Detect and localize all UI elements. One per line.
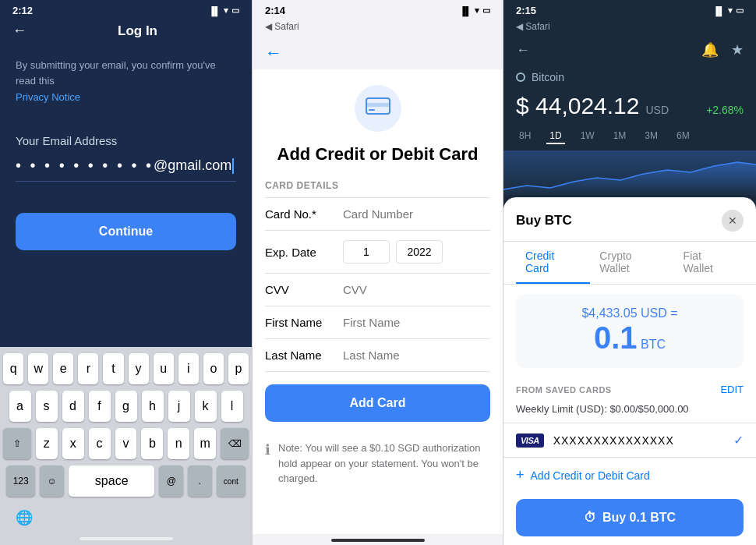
continue-button[interactable]: Continue [16, 213, 236, 250]
cvv-input[interactable] [343, 283, 491, 296]
signal-icon: ▐▌ [208, 6, 221, 16]
safari-bar-3: ◀ Safari [503, 19, 756, 35]
email-suffix: @gmail.com [154, 157, 231, 174]
cvv-label: CVV [265, 283, 343, 296]
status-bar-1: 2:12 ▐▌ ▾ ▭ [0, 0, 252, 19]
key-space[interactable]: space [69, 465, 154, 497]
key-at[interactable]: @ [159, 465, 183, 497]
btc-change: +2.68% [706, 104, 744, 116]
buy-btn-icon: ⏱ [584, 511, 596, 525]
key-i[interactable]: i [178, 353, 199, 384]
key-backspace[interactable]: ⌫ [221, 428, 249, 459]
chart-tab-8h[interactable]: 8H [516, 129, 534, 144]
card-number-row: Card No.* [265, 198, 490, 231]
status-icons-1: ▐▌ ▾ ▭ [208, 5, 239, 16]
key-f[interactable]: f [89, 391, 111, 422]
key-m[interactable]: m [194, 428, 216, 459]
key-l[interactable]: l [221, 391, 243, 422]
key-e[interactable]: e [53, 353, 73, 384]
weekly-limit-text: Weekly Limit (USD): $0.00/$50,000.00 [503, 402, 756, 423]
status-icons-2: ▐▌ ▾ ▭ [459, 5, 490, 16]
key-shift[interactable]: ⇧ [3, 428, 31, 459]
chart-tab-1d[interactable]: 1D [546, 129, 564, 144]
add-card-row[interactable]: + Add Credit or Debit Card [503, 457, 756, 493]
key-z[interactable]: z [36, 428, 58, 459]
star-icon[interactable]: ★ [731, 41, 744, 58]
key-w[interactable]: w [28, 353, 48, 384]
key-period[interactable]: . [188, 465, 212, 497]
wifi-icon: ▾ [224, 5, 228, 16]
key-h[interactable]: h [142, 391, 164, 422]
card-number-input[interactable] [343, 207, 491, 221]
key-p[interactable]: p [228, 353, 249, 384]
key-q[interactable]: q [3, 353, 23, 384]
chart-tab-1w[interactable]: 1W [578, 129, 598, 144]
key-g[interactable]: g [115, 391, 137, 422]
note-text: Note: You will see a $0.10 SGD authoriza… [278, 441, 490, 487]
key-s[interactable]: s [36, 391, 58, 422]
chart-tab-6m[interactable]: 6M [673, 129, 693, 144]
add-card-screen: 2:14 ▐▌ ▾ ▭ ◀ Safari ← Add Credit or Deb… [252, 0, 503, 545]
key-b[interactable]: b [141, 428, 163, 459]
bitcoin-row: Bitcoin [503, 65, 756, 90]
buy-modal-header: Buy BTC ✕ [503, 197, 756, 242]
card-section-label: CARD DETAILS [265, 180, 490, 191]
login-screen: 2:12 ▐▌ ▾ ▭ ← Log In By submitting your … [0, 0, 252, 545]
saved-cards-row: FROM SAVED CARDS EDIT [503, 377, 756, 402]
edit-button[interactable]: EDIT [720, 384, 744, 395]
key-emoji[interactable]: ☺ [40, 465, 64, 497]
email-label: Your Email Address [16, 134, 236, 147]
crypto-nav-icons: 🔔 ★ [701, 41, 744, 58]
key-u[interactable]: u [154, 353, 174, 384]
visa-logo: VISA [516, 434, 544, 448]
chart-area [503, 150, 756, 197]
last-name-input[interactable] [343, 349, 491, 362]
key-123[interactable]: 123 [6, 465, 35, 497]
btc-currency: USD [645, 104, 669, 116]
key-r[interactable]: r [78, 353, 98, 384]
exp-month-input[interactable] [343, 240, 390, 264]
key-v[interactable]: v [115, 428, 137, 459]
exp-year-input[interactable] [396, 240, 443, 264]
svg-rect-1 [366, 103, 390, 107]
card-back-arrow[interactable]: ← [265, 43, 282, 62]
first-name-input[interactable] [343, 316, 491, 329]
chart-tab-1m[interactable]: 1M [610, 129, 630, 144]
key-n[interactable]: n [168, 428, 189, 459]
key-k[interactable]: k [195, 391, 217, 422]
saved-card-item[interactable]: VISA XXXXXXXXXXXXXXX ✓ [503, 423, 756, 457]
wifi-icon-3: ▾ [728, 5, 733, 16]
key-continue[interactable]: cont [217, 465, 246, 497]
tab-credit-card[interactable]: Credit Card [516, 242, 590, 284]
key-t[interactable]: t [103, 353, 123, 384]
cvv-row: CVV [265, 274, 490, 306]
last-name-row: Last Name [265, 339, 490, 372]
key-a[interactable]: a [9, 391, 31, 422]
chart-tab-3m[interactable]: 3M [641, 129, 661, 144]
key-y[interactable]: y [129, 353, 149, 384]
card-nav: ← [253, 37, 503, 69]
tab-fiat-wallet[interactable]: Fiat Wallet [674, 242, 744, 284]
key-j[interactable]: j [168, 391, 190, 422]
card-form: Card No.* Exp. Date CVV First Name Last … [265, 197, 490, 372]
globe-icon[interactable]: 🌐 [9, 506, 39, 529]
add-card-button[interactable]: Add Card [265, 384, 490, 422]
info-icon: ℹ [265, 441, 270, 458]
privacy-link[interactable]: Privacy Notice [16, 91, 236, 103]
bell-icon[interactable]: 🔔 [701, 41, 719, 58]
buy-btc-button[interactable]: ⏱ Buy 0.1 BTC [516, 499, 744, 536]
back-arrow-icon[interactable]: ← [12, 23, 26, 39]
close-modal-button[interactable]: ✕ [722, 210, 744, 232]
key-d[interactable]: d [62, 391, 84, 422]
battery-icon-2: ▭ [482, 5, 490, 16]
safari-back-2[interactable]: ◀ Safari [265, 21, 299, 32]
card-form-body: Add Credit or Debit Card CARD DETAILS Ca… [253, 69, 503, 534]
key-c[interactable]: c [89, 428, 111, 459]
safari-back-3[interactable]: ◀ Safari [516, 21, 550, 32]
login-content: By submitting your email, you confirm yo… [0, 45, 252, 347]
home-indicator-1 [79, 537, 173, 540]
key-o[interactable]: o [203, 353, 224, 384]
key-x[interactable]: x [62, 428, 84, 459]
tab-crypto-wallet[interactable]: Crypto Wallet [590, 242, 673, 284]
crypto-back-arrow[interactable]: ← [516, 42, 530, 58]
